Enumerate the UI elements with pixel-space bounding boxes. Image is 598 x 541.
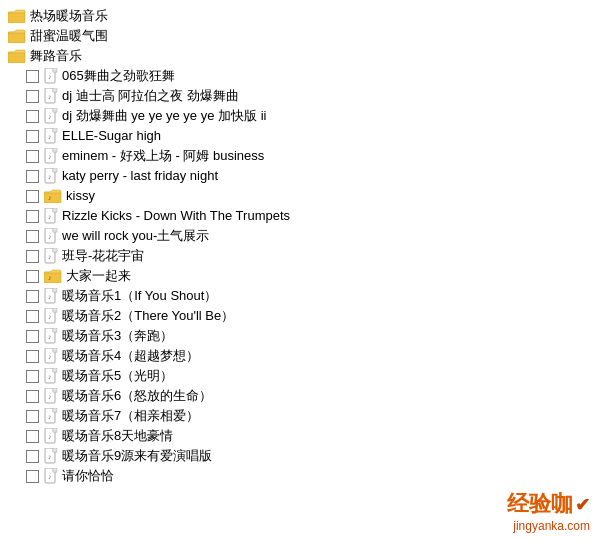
checkbox-icon[interactable] [26,410,39,423]
list-item[interactable]: ♪ 暖场音乐4（超越梦想） [4,346,594,366]
file-icon: ♪ [44,108,58,124]
item-label: kissy [66,186,95,206]
svg-text:♪: ♪ [48,393,52,400]
item-label: 热场暖场音乐 [30,6,108,26]
svg-rect-2 [8,52,25,63]
svg-rect-53 [53,408,57,412]
list-item[interactable]: ♪ 暖场音乐1（If You Shout） [4,286,594,306]
watermark-url: jingyanka.com [507,519,590,533]
list-item[interactable]: ♪ 065舞曲之劲歌狂舞 [4,66,594,86]
list-item[interactable]: ♪ katy perry - last friday night [4,166,594,186]
checkbox-icon[interactable] [26,150,39,163]
item-label: 暖场音乐8天地豪情 [62,426,173,446]
file-icon: ♪ [44,228,58,244]
file-icon: ♪ [44,68,58,84]
checkbox-icon[interactable] [26,170,39,183]
checkbox-icon[interactable] [26,110,39,123]
list-item[interactable]: ♪ 暖场音乐5（光明） [4,366,594,386]
checkbox-icon[interactable] [26,230,39,243]
list-item[interactable]: ♪ 暖场音乐2（There You'll Be） [4,306,594,326]
svg-rect-1 [8,32,25,43]
svg-text:♪: ♪ [48,253,52,260]
file-icon: ♪ [44,288,58,304]
item-label: 舞路音乐 [30,46,82,66]
item-label: 暖场音乐5（光明） [62,366,173,386]
svg-rect-7 [53,88,57,92]
file-icon: ♪ [44,148,58,164]
svg-rect-30 [53,248,57,252]
svg-rect-21 [44,192,61,203]
svg-rect-13 [53,128,57,132]
list-item[interactable]: 舞路音乐 [4,46,594,66]
svg-rect-27 [53,228,57,232]
svg-text:♪: ♪ [48,313,52,320]
svg-rect-38 [53,308,57,312]
list-item[interactable]: ♪ eminem - 好戏上场 - 阿姆 business [4,146,594,166]
list-item[interactable]: ♪ 暖场音乐3（奔跑） [4,326,594,346]
svg-text:♪: ♪ [48,274,52,281]
checkbox-icon[interactable] [26,310,39,323]
list-item[interactable]: ♪ 暖场音乐7（相亲相爱） [4,406,594,426]
checkbox-icon[interactable] [26,130,39,143]
list-item[interactable]: ♪ 暖场音乐9源来有爱演唱版 [4,446,594,466]
folder-icon [8,49,26,63]
folder-icon [8,29,26,43]
list-item[interactable]: 甜蜜温暖气围 [4,26,594,46]
list-item[interactable]: ♪ kissy [4,186,594,206]
list-item[interactable]: ♪ Rizzle Kicks - Down With The Trumpets [4,206,594,226]
svg-text:♪: ♪ [48,373,52,380]
checkbox-icon[interactable] [26,430,39,443]
item-label: 065舞曲之劲歌狂舞 [62,66,175,86]
list-item[interactable]: ♪ 请你恰恰 [4,466,594,486]
special-folder-icon: ♪ [44,189,62,203]
checkbox-icon[interactable] [26,470,39,483]
svg-text:♪: ♪ [48,73,52,80]
checkbox-icon[interactable] [26,290,39,303]
file-tree[interactable]: 热场暖场音乐 甜蜜温暖气围 舞路音乐 ♪ 065舞曲之劲歌狂舞 ♪ dj 迪士高… [0,0,598,541]
file-icon: ♪ [44,308,58,324]
item-label: 暖场音乐7（相亲相爱） [62,406,199,426]
list-item[interactable]: ♪ ELLE-Sugar high [4,126,594,146]
item-label: dj 迪士高 阿拉伯之夜 劲爆舞曲 [62,86,239,106]
watermark: 经验咖✔ jingyanka.com [507,489,590,533]
item-label: 甜蜜温暖气围 [30,26,108,46]
svg-rect-56 [53,428,57,432]
item-label: we will rock you-土气展示 [62,226,209,246]
list-item[interactable]: 热场暖场音乐 [4,6,594,26]
svg-rect-10 [53,108,57,112]
item-label: dj 劲爆舞曲 ye ye ye ye ye 加快版 ii [62,106,266,126]
file-icon: ♪ [44,468,58,484]
svg-rect-50 [53,388,57,392]
svg-text:♪: ♪ [48,173,52,180]
svg-text:♪: ♪ [48,473,52,480]
svg-rect-16 [53,148,57,152]
item-label: 暖场音乐3（奔跑） [62,326,173,346]
checkbox-icon[interactable] [26,330,39,343]
checkbox-icon[interactable] [26,370,39,383]
list-item[interactable]: ♪ 班导-花花宇宙 [4,246,594,266]
list-item[interactable]: ♪ 暖场音乐8天地豪情 [4,426,594,446]
svg-text:♪: ♪ [48,153,52,160]
checkbox-icon[interactable] [26,70,39,83]
checkbox-icon[interactable] [26,90,39,103]
checkbox-icon[interactable] [26,210,39,223]
checkbox-icon[interactable] [26,190,39,203]
list-item[interactable]: ♪ we will rock you-土气展示 [4,226,594,246]
checkbox-icon[interactable] [26,350,39,363]
file-icon: ♪ [44,368,58,384]
svg-text:♪: ♪ [48,293,52,300]
svg-text:♪: ♪ [48,93,52,100]
list-item[interactable]: ♪ dj 劲爆舞曲 ye ye ye ye ye 加快版 ii [4,106,594,126]
list-item[interactable]: ♪ dj 迪士高 阿拉伯之夜 劲爆舞曲 [4,86,594,106]
list-item[interactable]: ♪ 大家一起来 [4,266,594,286]
checkbox-icon[interactable] [26,390,39,403]
list-item[interactable]: ♪ 暖场音乐6（怒放的生命） [4,386,594,406]
checkbox-icon[interactable] [26,250,39,263]
file-icon: ♪ [44,328,58,344]
checkbox-icon[interactable] [26,270,39,283]
item-label: eminem - 好戏上场 - 阿姆 business [62,146,264,166]
svg-rect-47 [53,368,57,372]
svg-text:♪: ♪ [48,353,52,360]
file-icon: ♪ [44,388,58,404]
checkbox-icon[interactable] [26,450,39,463]
